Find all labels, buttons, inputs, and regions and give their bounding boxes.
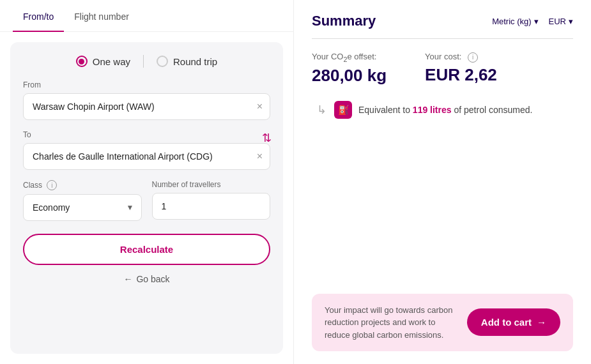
litres-highlight: 119 litres: [413, 105, 452, 115]
co2-value: 280,00 kg: [312, 66, 387, 86]
tab-bar: From/to Flight number: [0, 0, 293, 32]
from-field-group: From ×: [23, 80, 270, 120]
form-area: One way Round trip From × To ⇅ ×: [10, 42, 283, 354]
class-select[interactable]: Economy Business First: [23, 194, 142, 221]
header-controls: Metric (kg) ▾ EUR ▾: [492, 17, 573, 26]
recalculate-button[interactable]: Recalculate: [23, 234, 270, 265]
left-panel: From/to Flight number One way Round trip…: [0, 0, 294, 364]
add-to-cart-button[interactable]: Add to cart →: [467, 308, 560, 336]
currency-label: EUR: [549, 17, 566, 26]
metric-chevron-icon: ▾: [534, 17, 539, 26]
currency-selector[interactable]: EUR ▾: [549, 17, 573, 26]
equivalent-text: Equivalent to 119 litres of petrol consu…: [358, 105, 532, 115]
to-input-wrapper: ×: [23, 143, 270, 170]
summary-header: Summary Metric (kg) ▾ EUR ▾: [312, 13, 573, 29]
from-clear-button[interactable]: ×: [257, 102, 263, 112]
class-select-wrapper: Economy Business First ▼: [23, 194, 142, 221]
one-way-radio[interactable]: [76, 56, 88, 67]
cost-label: Your cost: i: [425, 52, 497, 63]
class-label: Class i: [23, 180, 142, 190]
from-input-wrapper: ×: [23, 93, 270, 120]
from-input[interactable]: [23, 93, 270, 120]
right-panel: Summary Metric (kg) ▾ EUR ▾ Your CO2e of…: [294, 0, 591, 364]
to-clear-button[interactable]: ×: [257, 151, 263, 162]
trip-type-divider: [143, 55, 144, 68]
summary-divider: [312, 38, 573, 39]
class-field-group: Class i Economy Business First ▼: [23, 180, 142, 221]
summary-title: Summary: [312, 13, 376, 29]
add-to-cart-arrow-icon: →: [537, 317, 546, 328]
tab-from-to[interactable]: From/to: [13, 0, 64, 32]
cart-section: Your impact will go towards carbon reduc…: [312, 294, 573, 352]
cart-text: Your impact will go towards carbon reduc…: [325, 304, 457, 342]
cost-info-icon[interactable]: i: [468, 52, 478, 63]
trip-type-selector: One way Round trip: [23, 55, 270, 68]
cost-value: EUR 2,62: [425, 65, 497, 85]
go-back-label: Go back: [136, 274, 169, 284]
petrol-icon: ⛽: [334, 101, 352, 119]
travellers-field-group: Number of travellers: [152, 180, 271, 221]
co2-label: Your CO2e offset:: [312, 52, 387, 63]
travellers-input[interactable]: [152, 193, 271, 220]
equivalent-row: ↳ ⛽ Equivalent to 119 litres of petrol c…: [312, 101, 573, 119]
add-to-cart-label: Add to cart: [481, 317, 532, 328]
swap-button[interactable]: ⇅: [257, 129, 275, 147]
co2-column: Your CO2e offset: 280,00 kg: [312, 52, 387, 86]
tab-flight-number[interactable]: Flight number: [64, 0, 139, 32]
round-trip-radio[interactable]: [157, 56, 168, 67]
cost-row: Your CO2e offset: 280,00 kg Your cost: i…: [312, 52, 573, 86]
from-label: From: [23, 80, 270, 89]
currency-chevron-icon: ▾: [569, 17, 573, 26]
metric-label: Metric (kg): [492, 17, 531, 26]
one-way-radio-fill: [79, 59, 84, 64]
to-input[interactable]: [23, 143, 270, 170]
round-trip-label: Round trip: [173, 56, 217, 67]
go-back-arrow: ←: [123, 274, 132, 284]
to-label: To: [23, 130, 270, 139]
bottom-fields: Class i Economy Business First ▼ Number …: [23, 180, 270, 221]
class-info-icon[interactable]: i: [47, 180, 57, 190]
arrow-icon: ↳: [317, 103, 326, 117]
cost-column: Your cost: i EUR 2,62: [425, 52, 497, 86]
one-way-label: One way: [93, 56, 130, 67]
metric-selector[interactable]: Metric (kg) ▾: [492, 17, 538, 26]
travellers-label: Number of travellers: [152, 180, 271, 189]
one-way-option[interactable]: One way: [76, 56, 130, 67]
go-back-link[interactable]: ← Go back: [23, 274, 270, 284]
round-trip-option[interactable]: Round trip: [157, 56, 217, 67]
to-field-group: To ⇅ ×: [23, 130, 270, 170]
